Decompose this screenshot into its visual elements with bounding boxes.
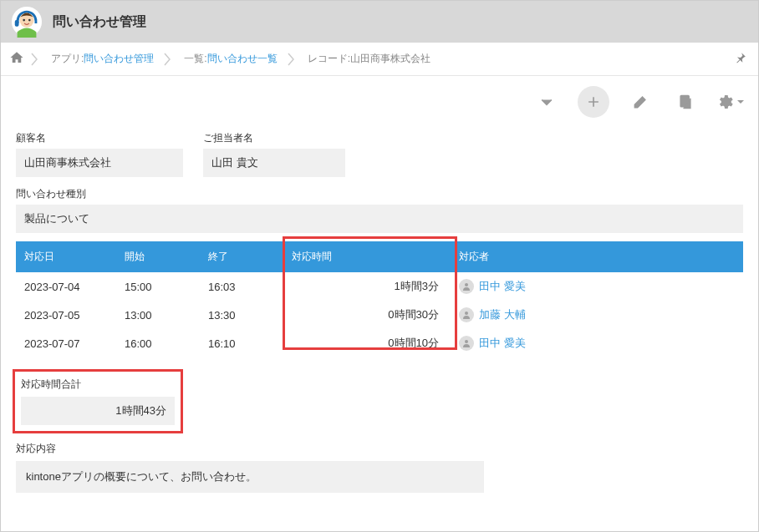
- add-button[interactable]: [578, 86, 609, 118]
- breadcrumb-app-link[interactable]: 問い合わせ管理: [84, 52, 154, 66]
- breadcrumb: アプリ: 問い合わせ管理 一覧: 問い合わせ一覧 レコード: 山田商事株式会社: [1, 43, 758, 76]
- field-value: 1時間43分: [21, 397, 175, 425]
- field-value: 製品について: [16, 205, 743, 233]
- th-person: 対応者: [451, 241, 743, 272]
- svg-rect-4: [15, 20, 19, 27]
- field-contact: ご担当者名 山田 貴文: [203, 131, 345, 177]
- chevron-right-icon: [164, 47, 174, 72]
- record-content: 顧客名 山田商事株式会社 ご担当者名 山田 貴文 問い合わせ種別 製品について …: [1, 128, 758, 509]
- breadcrumb-record: レコード: 山田商事株式会社: [301, 52, 437, 66]
- chevron-right-icon: [288, 47, 298, 72]
- chevron-right-icon: [31, 47, 41, 72]
- response-table: 対応日 開始 終了 対応時間 対応者 2023-07-04 15:00 16:0…: [16, 241, 743, 357]
- person-link[interactable]: 田中 愛美: [459, 279, 526, 294]
- total-duration-field: 対応時間合計 1時間43分: [16, 372, 180, 430]
- field-label: ご担当者名: [203, 131, 345, 145]
- table-row: 2023-07-07 16:00 16:10 0時間10分 田中 愛美: [16, 329, 743, 357]
- app-title: 問い合わせ管理: [53, 13, 146, 31]
- app-avatar-icon: [11, 6, 43, 38]
- app-header: 問い合わせ管理: [1, 1, 758, 43]
- person-link[interactable]: 田中 愛美: [459, 336, 526, 351]
- field-content: 対応内容 kintoneアプリの概要について、お問い合わせ。: [16, 442, 743, 493]
- svg-point-3: [28, 19, 31, 22]
- person-link[interactable]: 加藤 大輔: [459, 307, 526, 322]
- avatar-icon: [459, 336, 474, 351]
- pin-icon[interactable]: [735, 52, 746, 66]
- th-date: 対応日: [16, 241, 116, 272]
- settings-button[interactable]: [716, 93, 745, 111]
- field-label: 問い合わせ種別: [16, 187, 743, 201]
- field-value: kintoneアプリの概要について、お問い合わせ。: [16, 461, 484, 493]
- avatar-icon: [459, 307, 474, 322]
- field-value: 山田商事株式会社: [16, 149, 183, 177]
- edit-button[interactable]: [626, 88, 655, 116]
- avatar-icon: [459, 279, 474, 294]
- svg-point-6: [465, 283, 468, 286]
- field-label: 対応内容: [16, 442, 743, 456]
- home-icon[interactable]: [9, 50, 28, 68]
- duplicate-button[interactable]: [671, 88, 700, 116]
- field-label: 対応時間合計: [21, 377, 175, 392]
- toolbar: [1, 76, 758, 128]
- svg-point-8: [465, 340, 468, 343]
- table-row: 2023-07-04 15:00 16:03 1時間3分 田中 愛美: [16, 272, 743, 301]
- field-customer: 顧客名 山田商事株式会社: [16, 131, 183, 177]
- chevron-down-icon[interactable]: [532, 88, 561, 116]
- table-row: 2023-07-05 13:00 13:30 0時間30分 加藤 大輔: [16, 301, 743, 329]
- breadcrumb-list: 一覧: 問い合わせ一覧: [177, 52, 283, 66]
- breadcrumb-list-link[interactable]: 問い合わせ一覧: [207, 52, 278, 66]
- th-end: 終了: [200, 241, 283, 272]
- field-label: 顧客名: [16, 131, 183, 145]
- th-start: 開始: [116, 241, 200, 272]
- svg-point-2: [23, 19, 25, 22]
- field-value: 山田 貴文: [203, 149, 345, 177]
- field-type: 問い合わせ種別 製品について: [16, 187, 743, 233]
- th-duration: 対応時間: [283, 241, 451, 272]
- breadcrumb-app: アプリ: 問い合わせ管理: [44, 52, 160, 66]
- svg-point-7: [465, 312, 468, 315]
